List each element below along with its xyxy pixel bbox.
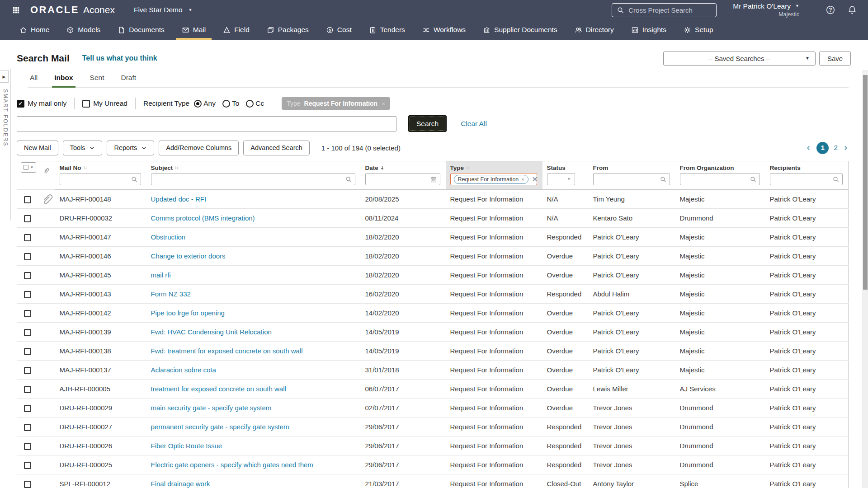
column-header-from[interactable]: From	[589, 161, 675, 172]
row-checkbox[interactable]	[24, 481, 31, 488]
recipients-filter-input[interactable]	[770, 173, 843, 185]
type-filter-input[interactable]: Request For Information × ✕	[450, 173, 537, 185]
mail-subject-link[interactable]: Form NZ 332	[151, 290, 191, 298]
row-checkbox[interactable]	[24, 424, 31, 431]
row-checkbox[interactable]	[24, 405, 31, 412]
tab-draft[interactable]: Draft	[118, 74, 138, 88]
nav-item-mail[interactable]: Mail	[173, 20, 214, 40]
column-header-mail-no[interactable]: Mail No	[55, 161, 146, 172]
subject-filter-input[interactable]	[151, 173, 355, 185]
mail-subject-link[interactable]: mail rfi	[151, 271, 171, 279]
mail-subject-link[interactable]: main security gate - specify gate system	[151, 404, 272, 412]
mail-subject-link[interactable]: Change to exterior doors	[151, 252, 226, 260]
remove-chip-icon[interactable]: ×	[382, 100, 385, 107]
mail-subject-link[interactable]: Fwd: treatment for exposed concrete on s…	[151, 347, 303, 355]
calendar-icon[interactable]	[430, 176, 437, 183]
column-header-from-organization[interactable]: From Organization	[675, 161, 765, 172]
saved-searches-select[interactable]: -- Saved Searches -- ▼	[663, 52, 816, 66]
scrollbar-thumb[interactable]	[863, 75, 868, 290]
mail-subject-link[interactable]: Fiber Optic Route Issue	[151, 442, 222, 450]
nav-item-workflows[interactable]: Workflows	[414, 20, 474, 40]
row-checkbox[interactable]	[24, 329, 31, 336]
mail-subject-link[interactable]: permanent security gate - specify gate s…	[151, 423, 289, 431]
column-header-type[interactable]: Type	[446, 161, 542, 172]
row-checkbox[interactable]	[24, 386, 31, 393]
app-launcher-icon[interactable]	[12, 6, 20, 14]
mail-subject-link[interactable]: Fwd: HVAC Condensing Unit Relocation	[151, 328, 272, 336]
nav-item-models[interactable]: Models	[58, 20, 109, 40]
row-checkbox[interactable]	[24, 291, 31, 298]
mail-subject-link[interactable]: Updated doc - RFI	[151, 195, 207, 203]
date-filter-input[interactable]	[365, 173, 440, 185]
remove-type-filter-icon[interactable]: ×	[521, 177, 524, 182]
mail-subject-link[interactable]: treatment for exposed concrete on south …	[151, 385, 286, 393]
tools-button[interactable]: Tools	[63, 141, 103, 155]
row-checkbox[interactable]	[24, 348, 31, 355]
nav-item-cost[interactable]: $Cost	[317, 20, 360, 40]
my-unread-checkbox[interactable]: My Unread	[82, 99, 127, 108]
column-header-date[interactable]: Date	[361, 161, 446, 172]
row-checkbox[interactable]	[24, 215, 31, 222]
sort-icon[interactable]	[173, 164, 180, 171]
expand-smart-folders-button[interactable]: ▶	[0, 70, 9, 83]
mail-subject-link[interactable]: Pipe too lrge for opening	[151, 309, 225, 317]
column-header-status[interactable]: Status	[542, 161, 589, 172]
mail-subject-link[interactable]: Electric gate openers - specify which ga…	[151, 461, 313, 469]
select-all-checkbox[interactable]: ▼	[21, 162, 36, 173]
recipient-type-any-radio[interactable]: Any	[194, 99, 216, 108]
mail-subject-link[interactable]: Comms protocol (BMS integration)	[151, 214, 255, 222]
mail-subject-link[interactable]: Obstruction	[151, 233, 186, 241]
nav-item-documents[interactable]: Documents	[109, 20, 173, 40]
nav-item-insights[interactable]: Insights	[623, 20, 675, 40]
tab-sent[interactable]: Sent	[88, 74, 107, 88]
recipient-type-cc-radio[interactable]: Cc	[246, 99, 264, 108]
sort-icon[interactable]	[464, 164, 471, 171]
row-checkbox[interactable]	[24, 310, 31, 317]
from-organization-filter-input[interactable]	[680, 173, 760, 185]
from-filter-input[interactable]	[593, 173, 670, 185]
feedback-link[interactable]: Tell us what you think	[82, 54, 157, 62]
clear-type-filter-icon[interactable]: ✕	[532, 175, 538, 183]
page-2-button[interactable]: 2	[834, 144, 838, 152]
nav-item-supplier-documents[interactable]: Supplier Documents	[474, 20, 566, 40]
row-checkbox[interactable]	[24, 443, 31, 450]
save-button[interactable]: Save	[819, 52, 851, 66]
mail-no-filter-input[interactable]	[60, 173, 141, 185]
next-page-icon[interactable]	[843, 145, 849, 151]
row-checkbox[interactable]	[24, 367, 31, 374]
nav-item-packages[interactable]: Packages	[258, 20, 317, 40]
row-checkbox[interactable]	[24, 234, 31, 241]
tab-all[interactable]: All	[28, 74, 40, 88]
vertical-scrollbar[interactable]	[862, 70, 868, 488]
tab-inbox[interactable]: Inbox	[52, 74, 75, 88]
nav-item-field[interactable]: Field	[214, 20, 258, 40]
nav-item-home[interactable]: Home	[11, 20, 58, 40]
advanced-search-button[interactable]: Advanced Search	[243, 141, 309, 155]
search-button[interactable]: Search	[408, 115, 447, 132]
nav-item-tenders[interactable]: $Tenders	[360, 20, 414, 40]
mail-subject-link[interactable]: Final drainage work	[151, 480, 210, 488]
notifications-bell-icon[interactable]	[847, 5, 857, 15]
column-header-recipients[interactable]: Recipients	[765, 161, 849, 172]
project-selector[interactable]: Five Star Demo ▼	[134, 6, 193, 14]
type-filter-chip[interactable]: Type Request For Information ×	[282, 97, 390, 110]
sort-descending-icon[interactable]	[379, 164, 386, 171]
status-filter-select[interactable]: ▼	[547, 173, 575, 185]
help-icon[interactable]: ?	[826, 5, 835, 15]
recipient-type-to-radio[interactable]: To	[222, 99, 239, 108]
my-mail-only-checkbox[interactable]: ✓ My mail only	[17, 99, 66, 108]
reports-button[interactable]: Reports	[107, 141, 154, 155]
row-checkbox[interactable]	[24, 462, 31, 469]
user-menu[interactable]: Mr Patrick O'Leary ▼ Majestic	[733, 2, 799, 18]
prev-page-icon[interactable]	[806, 145, 811, 151]
clear-all-link[interactable]: Clear All	[461, 120, 487, 128]
column-header-subject[interactable]: Subject	[146, 161, 361, 172]
sort-icon[interactable]	[82, 164, 89, 171]
nav-item-setup[interactable]: Setup	[675, 20, 722, 40]
nav-item-directory[interactable]: Directory	[566, 20, 623, 40]
mail-subject-link[interactable]: Aclaracion sobre cota	[151, 366, 216, 374]
cross-project-search-input[interactable]: Cross Project Search	[612, 3, 717, 17]
add-remove-columns-button[interactable]: Add/Remove Columns	[159, 141, 239, 155]
row-checkbox[interactable]	[24, 196, 31, 203]
mail-search-input[interactable]	[17, 116, 396, 131]
